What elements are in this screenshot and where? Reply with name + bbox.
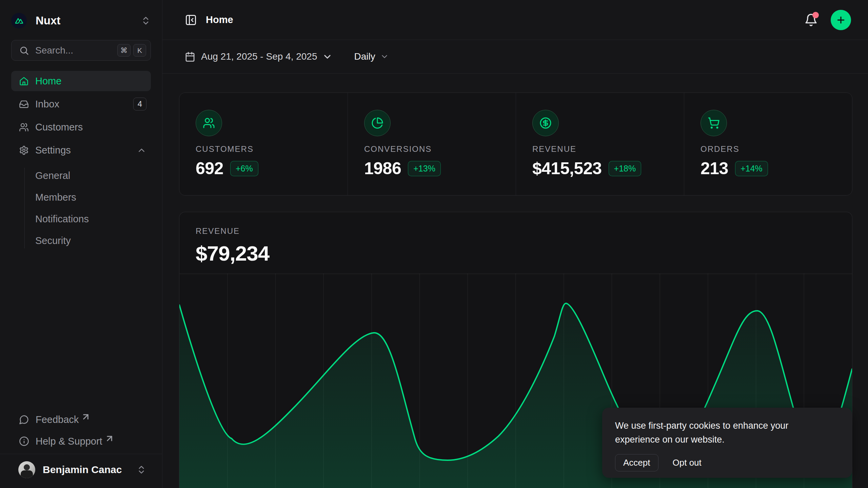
workspace-selector[interactable]: Nuxt [11,10,151,31]
stat-conversions: CONVERSIONS 1986 +13% [348,93,516,195]
settings-subnav: General Members Notifications Security [11,166,151,250]
help-support-label: Help & Support [36,436,102,447]
filter-bar: Aug 21, 2025 - Sep 4, 2025 Daily [162,40,868,74]
message-bubble-icon [19,414,29,425]
stat-value: 213 [701,159,728,178]
stat-label: REVENUE [532,144,670,154]
inbox-icon [19,99,29,109]
stat-revenue: REVENUE $415,523 +18% [516,93,684,195]
accept-cookies-button[interactable]: Accept [615,454,658,471]
stat-label: CONVERSIONS [364,144,502,154]
sidebar-footer-links: Feedback Help & Support [11,411,151,450]
date-range-label: Aug 21, 2025 - Sep 4, 2025 [201,51,317,62]
cookie-message: We use first-party cookies to enhance yo… [615,419,818,447]
user-name: Benjamin Canac [43,464,122,475]
dollar-circle-icon [532,110,559,136]
revenue-panel-value: $79,234 [196,241,836,265]
gear-icon [19,145,29,155]
chevron-up-down-icon [136,465,146,475]
add-button[interactable] [831,10,851,30]
sidebar: Nuxt Search... ⌘ K Home Inbox 4 [0,0,162,488]
info-circle-icon [19,436,29,446]
stat-delta-badge: +13% [408,161,441,176]
stat-value: 1986 [364,159,401,178]
pie-chart-icon [364,110,391,136]
user-menu[interactable]: Benjamin Canac [11,454,151,485]
help-support-link[interactable]: Help & Support [11,433,151,450]
chevron-down-icon [322,52,333,62]
sidebar-item-members[interactable]: Members [24,188,151,206]
stat-value: 692 [196,159,223,178]
opt-out-button[interactable]: Opt out [673,458,702,468]
workspace-name: Nuxt [36,14,60,27]
sidebar-item-customers[interactable]: Customers [11,117,151,137]
home-icon [19,76,29,86]
inbox-count-badge: 4 [133,98,146,110]
avatar [18,461,35,478]
notifications-bell-button[interactable] [804,13,818,27]
search-icon [19,45,29,56]
search-input[interactable]: Search... ⌘ K [11,40,151,61]
feedback-link[interactable]: Feedback [11,411,151,428]
sidebar-item-label: Home [35,76,61,87]
stat-value: $415,523 [532,159,602,178]
sidebar-item-home[interactable]: Home [11,71,151,91]
shopping-cart-icon [701,110,727,136]
stat-label: ORDERS [701,144,839,154]
sidebar-nav: Home Inbox 4 Customers Settings Gener [11,71,151,250]
sidebar-item-security[interactable]: Security [24,231,151,250]
stat-delta-badge: +14% [735,161,768,176]
collapse-sidebar-icon[interactable] [185,14,197,26]
granularity-select[interactable]: Daily [354,51,389,62]
sidebar-item-label: Inbox [35,99,59,110]
sidebar-item-general[interactable]: General [24,166,151,185]
sidebar-item-settings[interactable]: Settings [11,140,151,160]
users-icon [19,122,29,132]
users-icon [196,110,222,136]
stat-delta-badge: +18% [609,161,642,176]
notification-dot [812,12,819,18]
cookie-banner: We use first-party cookies to enhance yo… [602,408,852,478]
chevron-up-down-icon [141,16,151,26]
nuxt-logo-icon [11,13,27,28]
plus-icon [836,15,846,25]
date-range-picker[interactable]: Aug 21, 2025 - Sep 4, 2025 [185,51,333,62]
chevron-down-icon [380,52,389,61]
external-link-icon [104,433,115,444]
stat-label: CUSTOMERS [196,144,334,154]
search-placeholder: Search... [35,45,73,56]
calendar-icon [185,52,195,62]
main-panel: Home Aug 21, 2025 - Sep 4, 2025 Dai [162,0,868,488]
revenue-panel-label: REVENUE [196,226,836,236]
stat-orders: ORDERS 213 +14% [684,93,852,195]
feedback-label: Feedback [36,414,79,425]
stat-customers: CUSTOMERS 692 +6% [179,93,348,195]
sidebar-item-notifications[interactable]: Notifications [24,210,151,228]
command-key-badge: ⌘ [117,44,131,57]
stats-summary-card: CUSTOMERS 692 +6% CONVERSIONS 1986 +13% [179,93,852,196]
external-link-icon [81,412,91,422]
sidebar-item-label: Customers [35,122,83,133]
granularity-value: Daily [354,51,375,62]
k-key-badge: K [133,44,146,57]
title-bar: Home [162,0,868,40]
page-title: Home [206,14,233,25]
sidebar-item-label: Settings [35,145,71,156]
sidebar-item-inbox[interactable]: Inbox 4 [11,94,151,114]
stat-delta-badge: +6% [230,161,258,176]
chevron-up-icon [137,145,146,155]
